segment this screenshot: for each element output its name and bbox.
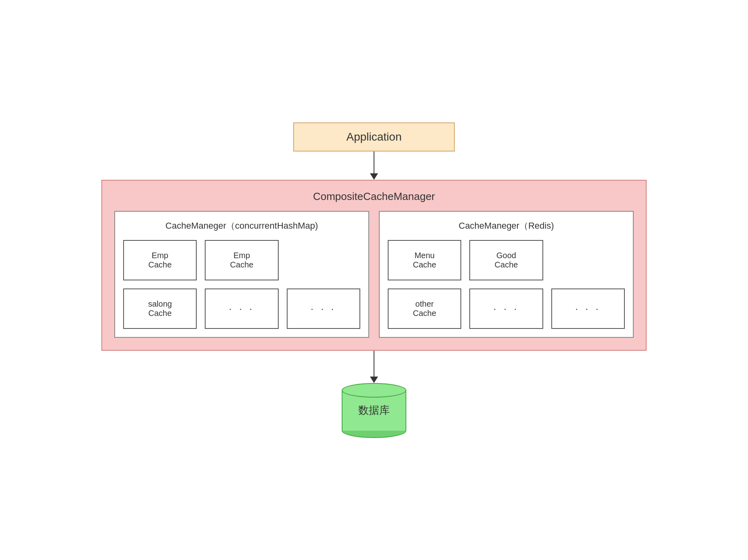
empty-1 xyxy=(287,240,360,280)
cache-manager-concurrent: CacheManeger（concurrentHashMap) EmpCache… xyxy=(114,211,369,338)
arrow-head-2 xyxy=(370,377,378,383)
cache-manager-redis-title: CacheManeger（Redis) xyxy=(388,220,625,232)
managers-row: CacheManeger（concurrentHashMap) EmpCache… xyxy=(114,211,634,338)
emp-cache-1: EmpCache xyxy=(123,240,197,280)
arrow-app-to-composite xyxy=(370,152,378,180)
application-box: Application xyxy=(293,122,455,152)
cache-manager-redis: CacheManeger（Redis) MenuCache GoodCache … xyxy=(379,211,634,338)
composite-title: CompositeCacheManager xyxy=(114,190,634,203)
salong-cache: salongCache xyxy=(123,288,197,329)
emp-cache-2: EmpCache xyxy=(205,240,278,280)
cache-grid-redis: MenuCache GoodCache otherCache · · · · ·… xyxy=(388,240,625,329)
dots-concurrent-1: · · · xyxy=(205,288,278,329)
database-container: 数据库 xyxy=(342,383,406,438)
application-label: Application xyxy=(347,131,402,143)
dots-redis-2: · · · xyxy=(551,288,625,329)
database-label: 数据库 xyxy=(358,403,390,417)
other-cache: otherCache xyxy=(388,288,461,329)
composite-cache-manager-box: CompositeCacheManager CacheManeger（concu… xyxy=(101,180,647,351)
arrow-line-1 xyxy=(374,152,374,173)
menu-cache: MenuCache xyxy=(388,240,461,280)
arrow-composite-to-db xyxy=(370,351,378,383)
cache-grid-concurrent: EmpCache EmpCache salongCache · · · · · … xyxy=(123,240,360,329)
database-cylinder: 数据库 xyxy=(342,383,406,438)
dots-redis-1: · · · xyxy=(469,288,543,329)
arrow-head-1 xyxy=(370,173,378,180)
diagram: Application CompositeCacheManager CacheM… xyxy=(91,122,657,438)
dots-concurrent-2: · · · xyxy=(287,288,360,329)
empty-2 xyxy=(551,240,625,280)
db-top xyxy=(342,383,406,398)
cache-manager-concurrent-title: CacheManeger（concurrentHashMap) xyxy=(123,220,360,232)
arrow-line-2 xyxy=(374,351,374,377)
good-cache: GoodCache xyxy=(469,240,543,280)
